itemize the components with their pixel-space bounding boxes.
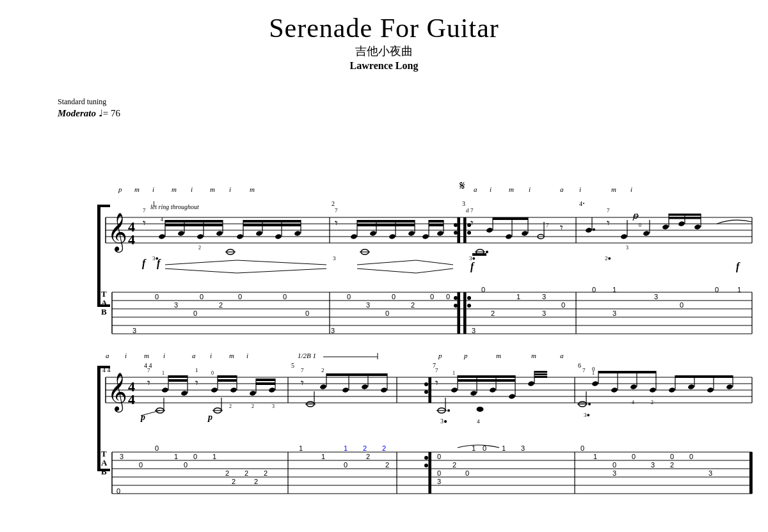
svg-text:0: 0 (347, 293, 351, 301)
svg-text:m: m (531, 352, 536, 359)
svg-rect-312 (534, 371, 547, 373)
svg-rect-302 (458, 379, 515, 382)
svg-text:0: 0 (689, 453, 693, 460)
svg-point-253 (230, 387, 237, 393)
svg-text:p: p (438, 352, 442, 359)
svg-text:0: 0 (430, 293, 434, 301)
svg-text:a: a (106, 352, 109, 359)
svg-text:2: 2 (452, 461, 456, 469)
svg-point-63 (275, 233, 282, 239)
svg-point-35 (454, 223, 458, 227)
svg-text:2: 2 (491, 309, 495, 317)
svg-rect-256 (218, 375, 237, 378)
svg-text:𝄾: 𝄾 (143, 221, 146, 226)
svg-text:2: 2 (332, 200, 335, 207)
svg-text:3: 3 (462, 200, 465, 207)
svg-text:i: i (529, 185, 531, 193)
svg-text:m: m (496, 352, 501, 359)
svg-text:𝄋: 𝄋 (460, 178, 465, 192)
svg-text:0: 0 (193, 453, 197, 460)
svg-text:1: 1 (174, 453, 178, 460)
main-title: Serenade For Guitar (38, 13, 730, 43)
svg-rect-247 (168, 379, 188, 382)
svg-point-163 (467, 296, 471, 300)
svg-text:7: 7 (470, 207, 474, 214)
svg-point-61 (255, 230, 262, 236)
svg-rect-17 (97, 205, 100, 307)
svg-line-74 (165, 269, 237, 273)
svg-line-101 (416, 269, 453, 273)
svg-text:2: 2 (229, 403, 232, 409)
svg-rect-257 (218, 379, 237, 382)
svg-text:7: 7 (607, 207, 610, 214)
svg-point-52 (196, 233, 204, 239)
svg-text:0: 0 (580, 444, 584, 452)
svg-text:2: 2 (411, 301, 415, 309)
svg-text:𝄞: 𝄞 (108, 373, 127, 413)
svg-text:3●: 3● (152, 255, 159, 262)
svg-rect-301 (458, 375, 515, 378)
svg-rect-18 (97, 205, 110, 207)
svg-rect-67 (243, 220, 301, 223)
svg-text:𝄾: 𝄾 (335, 221, 338, 226)
svg-text:1: 1 (452, 370, 455, 376)
svg-text:m: m (210, 185, 215, 193)
svg-rect-68 (243, 224, 301, 226)
svg-text:3●: 3● (440, 418, 447, 425)
svg-text:2: 2 (244, 469, 248, 477)
svg-point-297 (489, 387, 496, 393)
title-section: Serenade For Guitar 吉他小夜曲 Lawrence Long (38, 13, 730, 72)
svg-text:0: 0 (200, 293, 204, 301)
svg-rect-89 (357, 224, 415, 226)
svg-text:0: 0 (437, 469, 441, 477)
svg-text:i: i (163, 352, 165, 359)
svg-text:3●: 3● (584, 412, 590, 418)
svg-text:2: 2 (651, 400, 653, 405)
subtitle: 吉他小夜曲 (38, 43, 730, 59)
svg-text:m: m (134, 185, 140, 193)
svg-text:i: i (630, 185, 632, 193)
svg-text:2: 2 (254, 478, 258, 485)
svg-text:p: p (140, 412, 145, 422)
svg-text:i: i (229, 185, 231, 193)
svg-point-124 (585, 227, 592, 233)
svg-text:2●: 2● (605, 255, 611, 262)
svg-text:3: 3 (521, 444, 525, 452)
svg-text:7: 7 (301, 367, 304, 373)
svg-text:2: 2 (670, 461, 674, 469)
svg-text:T: T (101, 449, 107, 458)
svg-point-325 (649, 387, 656, 393)
svg-point-133 (643, 230, 650, 236)
svg-text:1: 1 (212, 453, 216, 460)
svg-text:3: 3 (174, 301, 178, 309)
svg-point-320 (611, 387, 618, 393)
svg-point-55 (216, 230, 223, 236)
svg-text:i: i (210, 352, 212, 359)
svg-text:2: 2 (232, 478, 236, 485)
svg-text:0: 0 (184, 461, 188, 469)
svg-text:𝄞: 𝄞 (108, 213, 127, 253)
svg-text:0: 0 (592, 286, 596, 293)
svg-text:4: 4 (128, 391, 135, 407)
svg-text:2: 2 (363, 444, 367, 452)
svg-text:m: m (611, 185, 616, 193)
svg-text:0: 0 (680, 301, 684, 309)
svg-text:i: i (246, 352, 248, 359)
svg-point-135 (662, 224, 669, 230)
svg-text:T: T (101, 289, 107, 299)
svg-point-129 (620, 233, 627, 239)
svg-text:3: 3 (331, 327, 335, 334)
svg-text:3: 3 (654, 293, 658, 301)
svg-point-357 (424, 456, 428, 460)
svg-point-308 (477, 407, 484, 412)
svg-text:0: 0 (392, 293, 396, 301)
svg-point-284 (380, 387, 387, 393)
svg-text:m: m (229, 352, 234, 359)
svg-text:f: f (736, 261, 740, 272)
svg-text:0: 0 (305, 309, 309, 317)
svg-text:f: f (470, 261, 475, 272)
svg-point-250 (211, 387, 218, 393)
svg-text:2: 2 (366, 453, 370, 460)
svg-text:i: i (490, 185, 492, 193)
svg-point-36 (454, 231, 458, 235)
